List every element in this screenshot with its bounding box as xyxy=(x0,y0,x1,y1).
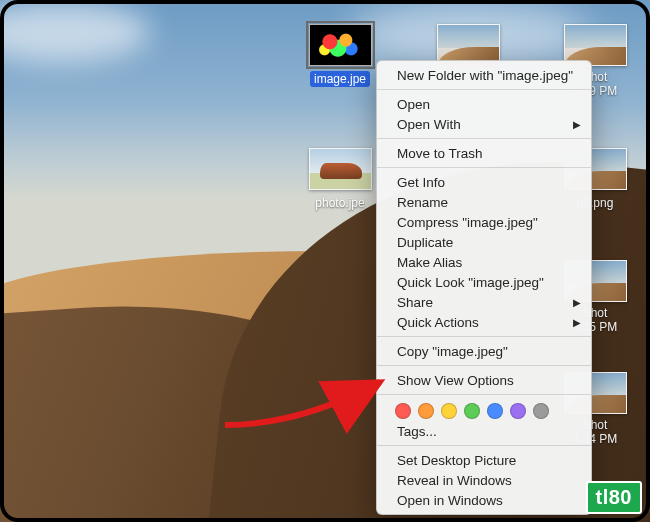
desktop-icon-image[interactable]: image.jpe xyxy=(300,24,380,87)
menu-open[interactable]: Open xyxy=(377,94,591,114)
tag-color-dot[interactable] xyxy=(510,403,526,419)
menu-move-to-trash[interactable]: Move to Trash xyxy=(377,143,591,163)
menu-duplicate[interactable]: Duplicate xyxy=(377,232,591,252)
menu-separator xyxy=(377,394,591,395)
menu-share[interactable]: Share ▶ xyxy=(377,292,591,312)
menu-separator xyxy=(377,167,591,168)
tag-color-dot[interactable] xyxy=(464,403,480,419)
menu-set-desktop-picture[interactable]: Set Desktop Picture xyxy=(377,450,591,470)
desktop-icon-photo[interactable]: photo.jpe xyxy=(300,148,380,211)
tag-color-dot[interactable] xyxy=(487,403,503,419)
tag-color-dot[interactable] xyxy=(441,403,457,419)
menu-separator xyxy=(377,336,591,337)
menu-tags[interactable]: Tags... xyxy=(377,421,591,441)
menu-quick-look[interactable]: Quick Look "image.jpeg" xyxy=(377,272,591,292)
menu-reveal-in-windows[interactable]: Reveal in Windows xyxy=(377,470,591,490)
menu-open-with[interactable]: Open With ▶ xyxy=(377,114,591,134)
watermark-badge: tl80 xyxy=(586,481,642,514)
annotation-arrow-icon xyxy=(220,370,400,440)
menu-tag-colors-row xyxy=(377,399,591,421)
menu-separator xyxy=(377,445,591,446)
menu-separator xyxy=(377,89,591,90)
menu-separator xyxy=(377,138,591,139)
menu-open-in-windows[interactable]: Open in Windows xyxy=(377,490,591,510)
tag-color-dot[interactable] xyxy=(533,403,549,419)
chevron-right-icon: ▶ xyxy=(573,317,581,328)
menu-quick-actions[interactable]: Quick Actions ▶ xyxy=(377,312,591,332)
menu-new-folder[interactable]: New Folder with "image.jpeg" xyxy=(377,65,591,85)
menu-copy[interactable]: Copy "image.jpeg" xyxy=(377,341,591,361)
menu-compress[interactable]: Compress "image.jpeg" xyxy=(377,212,591,232)
icon-label: image.jpe xyxy=(310,71,370,87)
chevron-right-icon: ▶ xyxy=(573,297,581,308)
menu-view-options[interactable]: Show View Options xyxy=(377,370,591,390)
thumbnail-image xyxy=(309,148,372,190)
tag-color-dot[interactable] xyxy=(418,403,434,419)
icon-label: photo.jpe xyxy=(311,195,368,211)
thumbnail-image xyxy=(309,24,372,66)
menu-separator xyxy=(377,365,591,366)
menu-rename[interactable]: Rename xyxy=(377,192,591,212)
menu-get-info[interactable]: Get Info xyxy=(377,172,591,192)
context-menu: New Folder with "image.jpeg" Open Open W… xyxy=(376,60,592,515)
chevron-right-icon: ▶ xyxy=(573,119,581,130)
menu-make-alias[interactable]: Make Alias xyxy=(377,252,591,272)
